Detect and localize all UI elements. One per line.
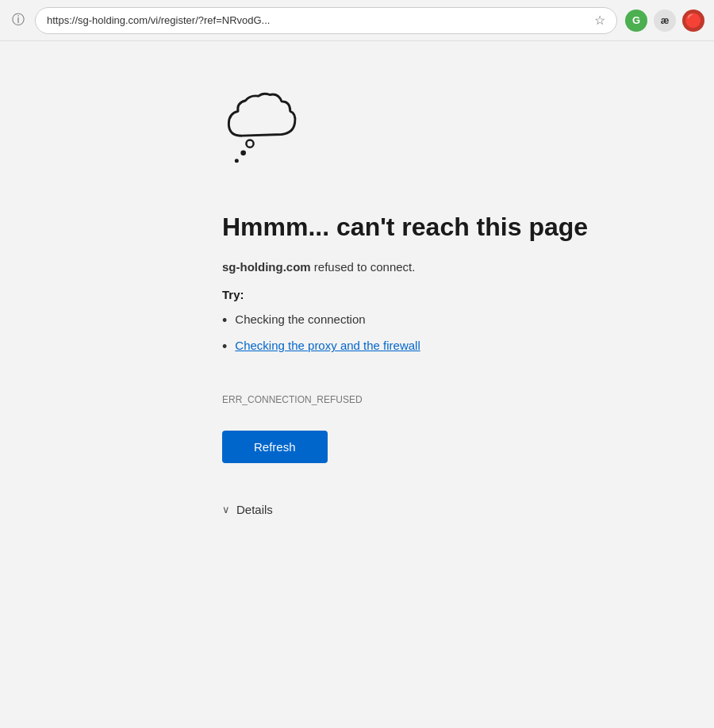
error-domain: sg-holding.com	[222, 260, 311, 274]
bullet-icon: •	[222, 312, 227, 330]
chevron-down-icon: ∨	[222, 504, 230, 515]
proxy-firewall-link[interactable]: Checking the proxy and the firewall	[235, 339, 420, 352]
ae-extension-icon[interactable]: æ	[654, 10, 676, 32]
error-subtitle: sg-holding.com refused to connect.	[222, 260, 415, 274]
details-row[interactable]: ∨ Details	[222, 503, 273, 516]
browser-extensions: G æ 🔴	[625, 10, 704, 32]
list-item: • Checking the proxy and the firewall	[222, 339, 420, 356]
try-label: Try:	[222, 288, 244, 301]
thought-bubble-icon	[222, 89, 301, 179]
svg-point-2	[235, 159, 239, 163]
suggestion-text-1: Checking the connection	[235, 312, 365, 326]
error-subtitle-rest: refused to connect.	[311, 260, 416, 274]
info-icon[interactable]: ⓘ	[10, 12, 27, 29]
error-page: Hmmm... can't reach this page sg-holding…	[0, 41, 714, 728]
bullet-icon: •	[222, 339, 227, 356]
browser-bar: ⓘ https://sg-holding.com/vi/register/?re…	[0, 0, 714, 41]
url-text: https://sg-holding.com/vi/register/?ref=…	[47, 14, 270, 26]
address-bar[interactable]: https://sg-holding.com/vi/register/?ref=…	[35, 7, 617, 34]
list-item: • Checking the connection	[222, 312, 420, 330]
details-label: Details	[236, 503, 273, 516]
grammarly-extension-icon[interactable]: G	[625, 10, 647, 32]
svg-point-1	[240, 151, 246, 156]
svg-point-0	[246, 140, 253, 148]
error-code: ERR_CONNECTION_REFUSED	[222, 394, 363, 405]
refresh-button[interactable]: Refresh	[222, 431, 328, 463]
suggestions-list: • Checking the connection • Checking the…	[222, 312, 420, 366]
bookmark-icon[interactable]: ☆	[594, 13, 605, 28]
red-extension-icon[interactable]: 🔴	[682, 10, 704, 32]
error-title: Hmmm... can't reach this page	[222, 211, 588, 244]
